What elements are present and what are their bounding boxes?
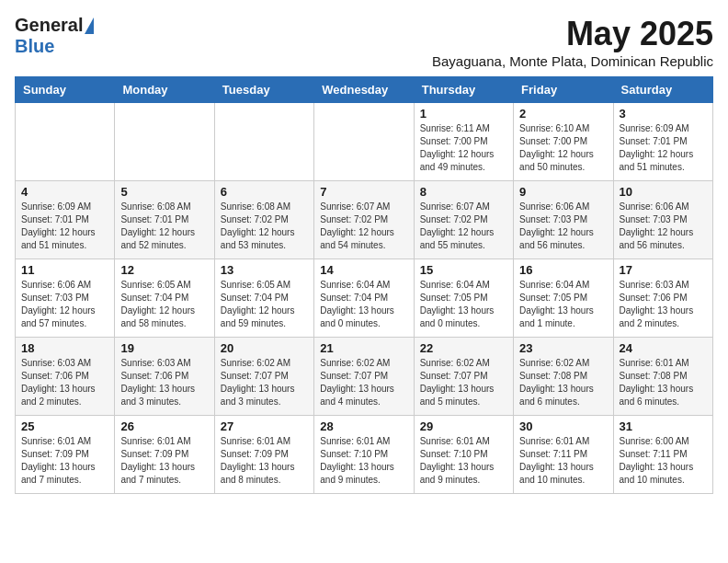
day-number: 15: [420, 263, 507, 277]
day-info: Sunrise: 6:02 AM Sunset: 7:07 PM Dayligh…: [221, 357, 308, 408]
day-number: 31: [620, 419, 707, 433]
day-info: Sunrise: 6:01 AM Sunset: 7:09 PM Dayligh…: [221, 435, 308, 487]
day-info: Sunrise: 6:01 AM Sunset: 7:10 PM Dayligh…: [320, 435, 407, 487]
day-of-week-header: Tuesday: [214, 77, 313, 103]
day-of-week-header: Wednesday: [314, 77, 414, 103]
month-title: May 2025: [432, 15, 713, 53]
calendar-cell: [314, 103, 414, 181]
calendar-cell: 14Sunrise: 6:04 AM Sunset: 7:04 PM Dayli…: [314, 259, 414, 338]
logo-triangle-icon: [85, 17, 94, 34]
calendar-cell: 2Sunrise: 6:10 AM Sunset: 7:00 PM Daylig…: [514, 103, 613, 181]
day-info: Sunrise: 6:01 AM Sunset: 7:09 PM Dayligh…: [120, 435, 208, 487]
calendar-cell: 29Sunrise: 6:01 AM Sunset: 7:10 PM Dayli…: [414, 416, 513, 494]
day-info: Sunrise: 6:11 AM Sunset: 7:00 PM Dayligh…: [420, 122, 507, 174]
day-info: Sunrise: 6:06 AM Sunset: 7:03 PM Dayligh…: [519, 201, 607, 252]
day-info: Sunrise: 6:01 AM Sunset: 7:11 PM Dayligh…: [519, 435, 607, 487]
day-number: 6: [221, 185, 308, 199]
day-info: Sunrise: 6:01 AM Sunset: 7:08 PM Dayligh…: [620, 357, 707, 408]
day-info: Sunrise: 6:02 AM Sunset: 7:07 PM Dayligh…: [320, 357, 407, 408]
calendar-cell: 28Sunrise: 6:01 AM Sunset: 7:10 PM Dayli…: [314, 416, 414, 494]
calendar-cell: 20Sunrise: 6:02 AM Sunset: 7:07 PM Dayli…: [214, 338, 313, 416]
day-number: 7: [320, 185, 407, 199]
calendar-cell: 5Sunrise: 6:08 AM Sunset: 7:01 PM Daylig…: [115, 181, 214, 259]
day-info: Sunrise: 6:02 AM Sunset: 7:07 PM Dayligh…: [420, 357, 507, 408]
calendar-week-row: 18Sunrise: 6:03 AM Sunset: 7:06 PM Dayli…: [16, 338, 713, 416]
day-info: Sunrise: 6:00 AM Sunset: 7:11 PM Dayligh…: [620, 435, 707, 487]
calendar-cell: 7Sunrise: 6:07 AM Sunset: 7:02 PM Daylig…: [314, 181, 414, 259]
calendar-cell: 16Sunrise: 6:04 AM Sunset: 7:05 PM Dayli…: [514, 259, 613, 338]
day-number: 3: [620, 107, 707, 121]
logo-general-text: General: [15, 15, 83, 36]
day-number: 5: [120, 185, 208, 199]
calendar-cell: 24Sunrise: 6:01 AM Sunset: 7:08 PM Dayli…: [613, 338, 712, 416]
calendar-cell: [115, 103, 214, 181]
calendar-cell: 26Sunrise: 6:01 AM Sunset: 7:09 PM Dayli…: [115, 416, 214, 494]
day-number: 25: [21, 419, 108, 433]
day-number: 17: [620, 263, 707, 277]
day-number: 22: [420, 341, 507, 355]
day-info: Sunrise: 6:03 AM Sunset: 7:06 PM Dayligh…: [21, 357, 108, 408]
calendar-cell: 30Sunrise: 6:01 AM Sunset: 7:11 PM Dayli…: [514, 416, 613, 494]
day-number: 30: [519, 419, 607, 433]
calendar-week-row: 4Sunrise: 6:09 AM Sunset: 7:01 PM Daylig…: [16, 181, 713, 259]
day-number: 24: [620, 341, 707, 355]
day-info: Sunrise: 6:03 AM Sunset: 7:06 PM Dayligh…: [620, 279, 707, 330]
calendar-cell: 27Sunrise: 6:01 AM Sunset: 7:09 PM Dayli…: [214, 416, 313, 494]
day-info: Sunrise: 6:01 AM Sunset: 7:10 PM Dayligh…: [420, 435, 507, 487]
calendar-cell: [214, 103, 313, 181]
day-info: Sunrise: 6:06 AM Sunset: 7:03 PM Dayligh…: [21, 279, 108, 330]
calendar-cell: 4Sunrise: 6:09 AM Sunset: 7:01 PM Daylig…: [16, 181, 115, 259]
calendar-cell: 6Sunrise: 6:08 AM Sunset: 7:02 PM Daylig…: [214, 181, 313, 259]
calendar-cell: 18Sunrise: 6:03 AM Sunset: 7:06 PM Dayli…: [16, 338, 115, 416]
calendar-cell: 13Sunrise: 6:05 AM Sunset: 7:04 PM Dayli…: [214, 259, 313, 338]
calendar-cell: 15Sunrise: 6:04 AM Sunset: 7:05 PM Dayli…: [414, 259, 513, 338]
day-info: Sunrise: 6:03 AM Sunset: 7:06 PM Dayligh…: [120, 357, 208, 408]
day-number: 4: [21, 185, 108, 199]
calendar-cell: 1Sunrise: 6:11 AM Sunset: 7:00 PM Daylig…: [414, 103, 513, 181]
calendar-table: SundayMondayTuesdayWednesdayThursdayFrid…: [15, 76, 713, 494]
calendar-cell: 10Sunrise: 6:06 AM Sunset: 7:03 PM Dayli…: [613, 181, 712, 259]
day-number: 1: [420, 107, 507, 121]
day-info: Sunrise: 6:04 AM Sunset: 7:05 PM Dayligh…: [420, 279, 507, 330]
day-info: Sunrise: 6:07 AM Sunset: 7:02 PM Dayligh…: [420, 201, 507, 252]
day-of-week-header: Friday: [514, 77, 613, 103]
day-number: 26: [120, 419, 208, 433]
day-number: 13: [221, 263, 308, 277]
day-info: Sunrise: 6:02 AM Sunset: 7:08 PM Dayligh…: [519, 357, 607, 408]
calendar-cell: 12Sunrise: 6:05 AM Sunset: 7:04 PM Dayli…: [115, 259, 214, 338]
day-number: 16: [519, 263, 607, 277]
day-info: Sunrise: 6:08 AM Sunset: 7:01 PM Dayligh…: [120, 201, 208, 252]
logo-blue-text: Blue: [15, 36, 54, 57]
day-number: 23: [519, 341, 607, 355]
calendar-header-row: SundayMondayTuesdayWednesdayThursdayFrid…: [16, 77, 713, 103]
day-number: 14: [320, 263, 407, 277]
day-number: 2: [519, 107, 607, 121]
calendar-cell: 23Sunrise: 6:02 AM Sunset: 7:08 PM Dayli…: [514, 338, 613, 416]
calendar-week-row: 11Sunrise: 6:06 AM Sunset: 7:03 PM Dayli…: [16, 259, 713, 338]
calendar-cell: 22Sunrise: 6:02 AM Sunset: 7:07 PM Dayli…: [414, 338, 513, 416]
day-number: 12: [120, 263, 208, 277]
calendar-cell: [16, 103, 115, 181]
calendar-cell: 31Sunrise: 6:00 AM Sunset: 7:11 PM Dayli…: [613, 416, 712, 494]
logo: General Blue: [15, 15, 94, 57]
day-info: Sunrise: 6:06 AM Sunset: 7:03 PM Dayligh…: [620, 201, 707, 252]
calendar-cell: 9Sunrise: 6:06 AM Sunset: 7:03 PM Daylig…: [514, 181, 613, 259]
day-info: Sunrise: 6:07 AM Sunset: 7:02 PM Dayligh…: [320, 201, 407, 252]
day-number: 20: [221, 341, 308, 355]
day-number: 18: [21, 341, 108, 355]
day-of-week-header: Saturday: [613, 77, 712, 103]
day-of-week-header: Thursday: [414, 77, 513, 103]
day-info: Sunrise: 6:04 AM Sunset: 7:05 PM Dayligh…: [519, 279, 607, 330]
day-info: Sunrise: 6:08 AM Sunset: 7:02 PM Dayligh…: [221, 201, 308, 252]
day-number: 27: [221, 419, 308, 433]
location-subtitle: Bayaguana, Monte Plata, Dominican Republ…: [432, 53, 713, 69]
day-number: 9: [519, 185, 607, 199]
day-number: 10: [620, 185, 707, 199]
page-header: General Blue May 2025 Bayaguana, Monte P…: [15, 15, 713, 69]
day-info: Sunrise: 6:01 AM Sunset: 7:09 PM Dayligh…: [21, 435, 108, 487]
day-number: 28: [320, 419, 407, 433]
calendar-cell: 17Sunrise: 6:03 AM Sunset: 7:06 PM Dayli…: [613, 259, 712, 338]
day-of-week-header: Monday: [115, 77, 214, 103]
calendar-cell: 21Sunrise: 6:02 AM Sunset: 7:07 PM Dayli…: [314, 338, 414, 416]
day-of-week-header: Sunday: [16, 77, 115, 103]
